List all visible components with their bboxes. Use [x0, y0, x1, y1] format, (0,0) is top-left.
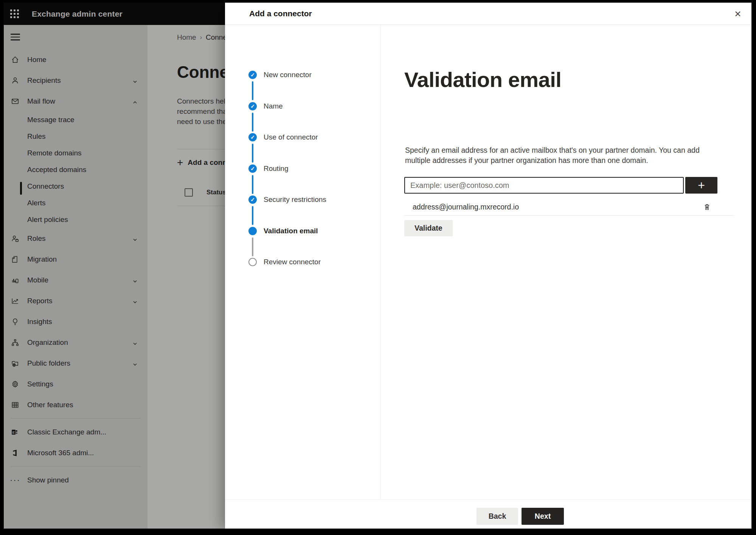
email-address-row: address@journaling.mxrecord.io: [404, 199, 734, 216]
next-button[interactable]: Next: [522, 508, 564, 525]
wizard-steps: New connector Name Use of connector Rout…: [225, 25, 381, 499]
step-completed-icon: [248, 164, 257, 173]
step-heading: Validation email: [404, 67, 561, 92]
close-button[interactable]: ✕: [731, 7, 745, 21]
step-security-restrictions[interactable]: Security restrictions: [225, 195, 380, 227]
validation-email-input[interactable]: [404, 177, 684, 194]
trash-icon: [703, 203, 711, 211]
close-icon: ✕: [734, 9, 741, 19]
step-review-connector[interactable]: Review connector: [225, 258, 380, 266]
step-completed-icon: [248, 195, 257, 204]
screenshot-root: Exchange admin center Home Recipients Ma…: [0, 0, 756, 535]
email-address-list: address@journaling.mxrecord.io: [404, 199, 734, 216]
validate-button[interactable]: Validate: [404, 220, 453, 236]
dialog-header: Add a connector ✕: [225, 3, 751, 25]
email-entry-row: +: [404, 177, 717, 194]
step-routing[interactable]: Routing: [225, 164, 380, 196]
email-address: address@journaling.mxrecord.io: [413, 203, 519, 211]
plus-icon: +: [698, 179, 705, 191]
step-completed-icon: [248, 71, 257, 79]
step-validation-email[interactable]: Validation email: [225, 227, 380, 258]
app-window: Exchange admin center Home Recipients Ma…: [4, 3, 751, 529]
step-new-connector[interactable]: New connector: [225, 71, 380, 102]
step-name[interactable]: Name: [225, 102, 380, 133]
step-content: Validation email Specify an email addres…: [381, 25, 751, 499]
step-description: Specify an email address for an active m…: [405, 145, 704, 166]
delete-email-button[interactable]: [702, 202, 712, 212]
step-use-of-connector[interactable]: Use of connector: [225, 133, 380, 164]
step-upcoming-icon: [248, 258, 257, 266]
back-button[interactable]: Back: [477, 508, 518, 525]
dialog-body: New connector Name Use of connector Rout…: [225, 25, 751, 499]
step-completed-icon: [248, 133, 257, 141]
add-email-button[interactable]: +: [685, 177, 717, 194]
dialog-footer: Back Next: [225, 499, 751, 529]
dialog-title: Add a connector: [249, 9, 312, 18]
add-connector-dialog: Add a connector ✕ New connector Name U: [225, 3, 751, 529]
step-current-icon: [248, 227, 257, 235]
step-completed-icon: [248, 102, 257, 110]
